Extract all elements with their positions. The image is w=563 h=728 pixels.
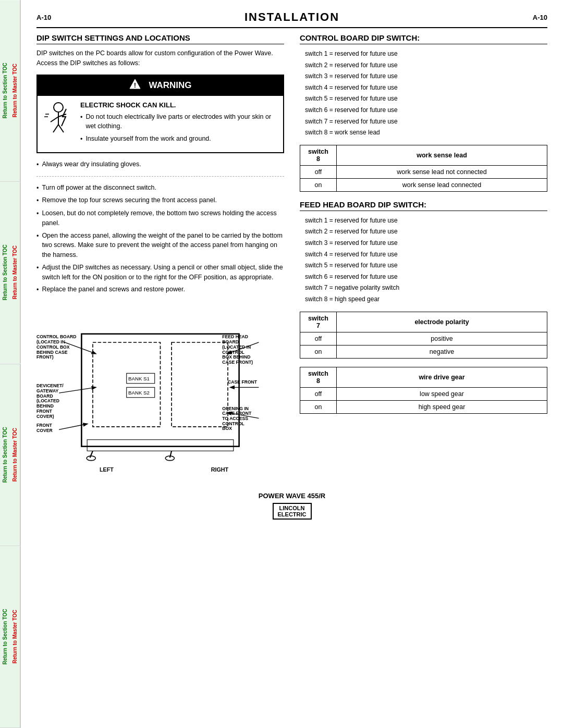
svg-text:CASE FRONT: CASE FRONT [228, 379, 258, 385]
fh-switch-5: switch 5 = reserved for future use [305, 260, 547, 272]
svg-line-17 [90, 451, 93, 458]
step-6: • Replace the panel and screws and resto… [36, 285, 284, 295]
svg-line-18 [170, 451, 172, 458]
cb-switch-4: switch 4 = reserved for future use [305, 82, 547, 94]
svg-text:CONTROL BOARD: CONTROL BOARD [36, 334, 77, 339]
cb-row2-col2: work sense lead connected [337, 178, 547, 191]
cb-table-col1-header: switch 8 [300, 145, 337, 165]
table-row: on work sense lead connected [300, 178, 547, 191]
svg-text:BOARD: BOARD [222, 339, 239, 344]
cb-switch-5: switch 5 = reserved for future use [305, 93, 547, 105]
sidebar-section-toc-3[interactable]: Return to Section TOC [0, 364, 10, 546]
page-footer: POWER WAVE 455/R LINCOLN ELECTRIC [36, 492, 547, 520]
sidebar-section-toc-2[interactable]: Return to Section TOC [0, 182, 10, 363]
control-board-table: switch 8 work sense lead off work sense … [300, 145, 547, 192]
warning-box: ! WARNING [36, 75, 284, 153]
svg-line-26 [59, 424, 87, 429]
cb-switch-7: switch 7 = reserved for future use [305, 116, 547, 128]
svg-text:FRONT: FRONT [36, 423, 52, 428]
svg-rect-11 [93, 342, 161, 427]
svg-text:BOX: BOX [222, 426, 232, 431]
gear-row1-col2: low speed gear [337, 387, 547, 400]
step-1-dot: • [36, 183, 39, 193]
step-6-text: Replace the panel and screws and restore… [42, 285, 185, 295]
svg-line-6 [53, 125, 58, 132]
table-row: off low speed gear [300, 387, 547, 400]
page-header: A-10 INSTALLATION A-10 [36, 10, 547, 28]
table-row: on negative [300, 345, 547, 358]
step-5-text: Adjust the DIP switches as necessary. Us… [42, 263, 284, 282]
svg-text:BOARD: BOARD [36, 393, 53, 399]
sidebar-master-toc-1[interactable]: Return to Master TOC [10, 0, 21, 181]
step-4-text: Open the access panel, allowing the weig… [42, 231, 284, 260]
pol-row2-col2: negative [337, 345, 547, 358]
electric-shock-icon [43, 101, 74, 147]
page-title: INSTALLATION [51, 10, 533, 24]
sidebar-master-toc-2[interactable]: Return to Master TOC [10, 182, 21, 363]
step-2-text: Remove the top four screws securing the … [42, 195, 217, 206]
svg-text:COVER: COVER [36, 428, 53, 433]
table-row: on high speed gear [300, 400, 547, 413]
step-1-text: Turn off power at the disconnect switch. [42, 183, 156, 193]
fh-switch-1: switch 1 = reserved for future use [305, 215, 547, 227]
lincoln-brand-line2: ELECTRIC [278, 511, 307, 517]
table-row: off positive [300, 332, 547, 345]
feed-head-heading: FEED HEAD BOARD DIP SWITCH: [300, 200, 547, 211]
sidebar-section-toc-1[interactable]: Return to Section TOC [0, 0, 10, 181]
cb-row1-col2: work sense lead not connected [337, 165, 547, 178]
svg-text:!: ! [134, 81, 136, 89]
table-row: off work sense lead not connected [300, 165, 547, 178]
sidebar-master-toc-4[interactable]: Return to Master TOC [10, 546, 21, 727]
step-2: • Remove the top four screws securing th… [36, 195, 284, 206]
svg-text:FRONT): FRONT) [36, 354, 54, 360]
gear-row2-col1: on [300, 400, 337, 413]
step-1: • Turn off power at the disconnect switc… [36, 183, 284, 193]
page-num-left: A-10 [36, 14, 51, 21]
svg-text:BOX BEHIND: BOX BEHIND [222, 354, 250, 360]
cb-row1-col1: off [300, 165, 337, 178]
step-3: • Loosen, but do not completely remove, … [36, 208, 284, 228]
sidebar-master-toc-3[interactable]: Return to Master TOC [10, 364, 21, 546]
lincoln-brand-line1: LINCOLN [278, 505, 307, 511]
warning-text-area: ELECTRIC SHOCK CAN KILL. • Do not touch … [80, 101, 278, 147]
gear-row1-col1: off [300, 387, 337, 400]
dashed-divider [36, 176, 284, 177]
cb-switch-6: switch 6 = reserved for future use [305, 105, 547, 116]
fh-switch-4: switch 4 = reserved for future use [305, 249, 547, 261]
warning-body: ELECTRIC SHOCK CAN KILL. • Do not touch … [38, 96, 283, 152]
bullet-dot-1: • [80, 113, 82, 132]
pol-table-col2-header: electrode polarity [337, 312, 547, 332]
svg-rect-16 [87, 440, 234, 451]
cb-switch-8: switch 8 = work sense lead [305, 127, 547, 139]
svg-text:CASE FRONT: CASE FRONT [222, 411, 252, 416]
svg-text:CONTROL BOX: CONTROL BOX [36, 344, 70, 350]
step-4: • Open the access panel, allowing the we… [36, 231, 284, 260]
svg-text:BEHIND CASE: BEHIND CASE [36, 350, 68, 355]
svg-text:(LOCATED: (LOCATED [36, 398, 59, 403]
pol-row2-col1: on [300, 345, 337, 358]
lincoln-badge: LINCOLN ELECTRIC [273, 503, 312, 520]
step-5: • Adjust the DIP switches as necessary. … [36, 263, 284, 282]
machine-diagram: BANK S1 BANK S2 LEFT RIGHT CONTROL BOARD… [36, 300, 284, 480]
always-wear-item: • Always wear dry insulating gloves. [36, 159, 284, 170]
svg-text:FEED HEAD: FEED HEAD [222, 334, 248, 339]
svg-line-7 [58, 125, 64, 132]
cb-switch-3: switch 3 = reserved for future use [305, 71, 547, 82]
pol-row1-col1: off [300, 332, 337, 345]
svg-text:GATEWAY: GATEWAY [36, 388, 58, 393]
gear-row2-col2: high speed gear [337, 400, 547, 413]
dip-switch-intro: DIP switches on the PC boards allow for … [36, 48, 284, 68]
always-wear-text: Always wear dry insulating gloves. [42, 159, 141, 170]
warning-bullet-2: • Insulate yourself from the work and gr… [80, 134, 278, 144]
svg-text:CASE FRONT): CASE FRONT) [222, 360, 253, 365]
warning-label: WARNING [149, 80, 191, 91]
sidebar-section-toc-4[interactable]: Return to Section TOC [0, 546, 10, 727]
svg-point-2 [54, 103, 63, 112]
left-column: DIP SWITCH SETTINGS AND LOCATIONS DIP sw… [36, 33, 284, 482]
fh-switch-3: switch 3 = reserved for future use [305, 238, 547, 249]
svg-text:TO ACCESS: TO ACCESS [222, 416, 248, 421]
sidebar: Return to Section TOC Return to Master T… [0, 0, 21, 728]
diagram-area: BANK S1 BANK S2 LEFT RIGHT CONTROL BOARD… [36, 300, 284, 482]
svg-text:BANK S1: BANK S1 [128, 376, 150, 381]
dip-switch-heading: DIP SWITCH SETTINGS AND LOCATIONS [36, 33, 284, 44]
